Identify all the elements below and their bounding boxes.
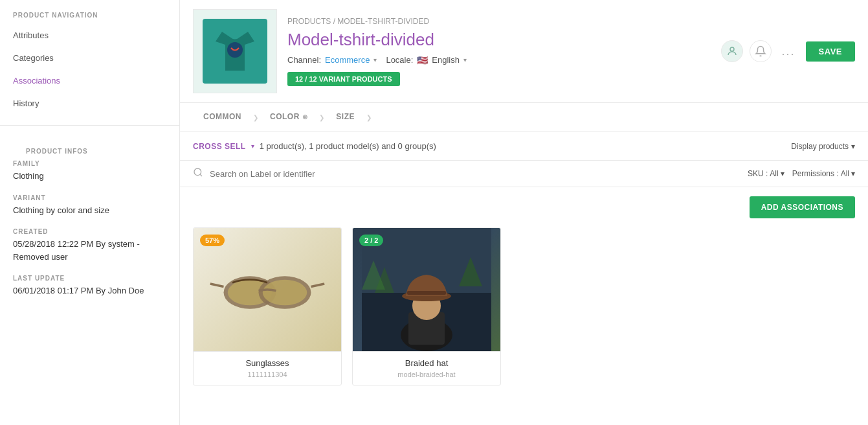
product-infos-label: PRODUCT INFOS (13, 136, 166, 160)
cross-sell-count: 1 product(s), 1 product model(s) and 0 g… (260, 141, 436, 151)
last-update-label: LAST UPDATE (13, 275, 166, 282)
tshirt-icon (203, 19, 267, 84)
channel-locale-row: Channel: Ecommerce ▾ Locale: 🇺🇸 English … (287, 55, 711, 65)
svg-point-2 (730, 47, 734, 51)
save-button[interactable]: SAVE (806, 41, 855, 62)
hat-illustration (362, 228, 491, 351)
search-filters: SKU : All ▾ Permissions : All ▾ (748, 169, 855, 178)
breadcrumb: PRODUCTS / MODEL-TSHIRT-DIVIDED (287, 17, 711, 26)
tab-color[interactable]: COLOR ⊗ (260, 103, 318, 132)
last-update-value: 06/01/2018 01:17 PM By John Doe (13, 284, 166, 297)
product-sku-braided-hat: model-braided-hat (361, 371, 493, 378)
product-name-braided-hat: Braided hat (361, 358, 493, 368)
cross-sell-chevron-icon[interactable]: ▾ (251, 143, 254, 150)
sku-chevron-icon: ▾ (781, 169, 785, 178)
variant-label: VARIANT (13, 194, 166, 201)
breadcrumb-products: PRODUCTS (287, 17, 331, 26)
permissions-filter-button[interactable]: Permissions : All ▾ (792, 169, 855, 178)
product-image-sunglasses (194, 228, 341, 351)
sidebar-nav: Attributes Categories Associations Histo… (0, 24, 179, 115)
more-options-button[interactable]: ... (778, 45, 799, 58)
add-associations-button[interactable]: ADD ASSOCIATIONS (750, 196, 855, 218)
product-title: Model-tshirt-divided (287, 30, 711, 50)
display-products-chevron-icon: ▾ (851, 142, 855, 151)
main-content: PRODUCTS / MODEL-TSHIRT-DIVIDED Model-ts… (180, 0, 868, 425)
display-products-button[interactable]: Display products ▾ (791, 142, 855, 151)
bell-icon (755, 45, 766, 57)
created-value: 05/28/2018 12:22 PM By system - Removed … (13, 238, 166, 263)
permissions-chevron-icon: ▾ (851, 169, 855, 178)
channel-label: Channel: (287, 55, 321, 65)
locale-value[interactable]: English (432, 55, 460, 65)
product-header: PRODUCTS / MODEL-TSHIRT-DIVIDED Model-ts… (180, 0, 868, 103)
sidebar: PRODUCT NAVIGATION Attributes Categories… (0, 0, 180, 425)
sidebar-divider (0, 125, 179, 126)
sidebar-item-attributes[interactable]: Attributes (0, 24, 179, 47)
created-label: CREATED (13, 228, 166, 235)
product-navigation-label: PRODUCT NAVIGATION (0, 0, 179, 24)
product-sku-sunglasses: 1111111304 (201, 371, 333, 378)
svg-line-9 (311, 284, 325, 287)
product-cards-grid: 57% (180, 227, 868, 398)
product-card-sunglasses[interactable]: 57% (193, 227, 342, 385)
family-block: FAMILY Clothing (13, 160, 166, 183)
add-associations-row: ADD ASSOCIATIONS (180, 187, 868, 227)
locale-flag-icon: 🇺🇸 (417, 55, 428, 65)
variant-block: VARIANT Clothing by color and size (13, 194, 166, 217)
header-info: PRODUCTS / MODEL-TSHIRT-DIVIDED Model-ts… (287, 17, 711, 86)
svg-line-10 (210, 284, 224, 287)
svg-point-3 (194, 168, 201, 176)
breadcrumb-model: MODEL-TSHIRT-DIVIDED (337, 17, 429, 26)
variant-value: Clothing by color and size (13, 204, 166, 217)
tab-arrow-3: ❯ (366, 114, 372, 121)
color-tab-chevron-icon: ⊗ (302, 113, 308, 121)
product-image-braided-hat (353, 228, 500, 351)
product-name-sunglasses: Sunglasses (201, 358, 333, 368)
tab-arrow-2: ❯ (319, 114, 324, 121)
locale-label: Locale: (386, 55, 413, 65)
last-update-block: LAST UPDATE 06/01/2018 01:17 PM By John … (13, 275, 166, 297)
product-thumbnail (193, 9, 277, 93)
product-badge-braided-hat: 2 / 2 (359, 235, 383, 246)
product-badge-sunglasses: 57% (200, 235, 225, 246)
channel-chevron-icon[interactable]: ▾ (373, 56, 377, 63)
search-icon (193, 167, 203, 180)
variant-badge[interactable]: 12 / 12 VARIANT PRODUCTS (287, 72, 400, 86)
tab-common[interactable]: COMMON (193, 103, 252, 132)
tab-size[interactable]: SIZE (326, 103, 365, 132)
svg-point-8 (263, 280, 307, 306)
svg-line-4 (200, 174, 202, 176)
channel-value[interactable]: Ecommerce (325, 55, 370, 65)
product-card-body-sunglasses: Sunglasses 1111111304 (194, 351, 341, 385)
search-bar: SKU : All ▾ Permissions : All ▾ (180, 161, 868, 187)
created-block: CREATED 05/28/2018 12:22 PM By system - … (13, 228, 166, 263)
tab-arrow-1: ❯ (253, 114, 258, 121)
search-input[interactable] (210, 169, 741, 179)
cross-sell-left: CROSS SELL ▾ 1 product(s), 1 product mod… (193, 141, 436, 151)
product-infos: PRODUCT INFOS FAMILY Clothing VARIANT Cl… (0, 136, 179, 309)
header-actions: ... SAVE (721, 40, 855, 62)
sidebar-item-categories[interactable]: Categories (0, 47, 179, 69)
cross-sell-section: CROSS SELL ▾ 1 product(s), 1 product mod… (180, 132, 868, 161)
cross-sell-label[interactable]: CROSS SELL (193, 142, 246, 151)
product-card-body-braided-hat: Braided hat model-braided-hat (353, 351, 500, 385)
locale-chevron-icon[interactable]: ▾ (463, 56, 467, 63)
sku-filter-button[interactable]: SKU : All ▾ (748, 169, 785, 178)
tabs-bar: COMMON ❯ COLOR ⊗ ❯ SIZE ❯ (180, 103, 868, 132)
content-area: CROSS SELL ▾ 1 product(s), 1 product mod… (180, 132, 868, 425)
notification-button[interactable] (750, 40, 772, 62)
svg-rect-20 (407, 291, 446, 295)
sunglasses-illustration (209, 260, 326, 319)
family-value: Clothing (13, 170, 166, 183)
sidebar-item-associations[interactable]: Associations (0, 69, 179, 92)
user-icon (726, 45, 738, 57)
product-card-braided-hat[interactable]: 2 / 2 (352, 227, 501, 385)
family-label: FAMILY (13, 160, 166, 167)
sidebar-item-history[interactable]: History (0, 92, 179, 115)
user-icon-button[interactable] (721, 40, 743, 62)
